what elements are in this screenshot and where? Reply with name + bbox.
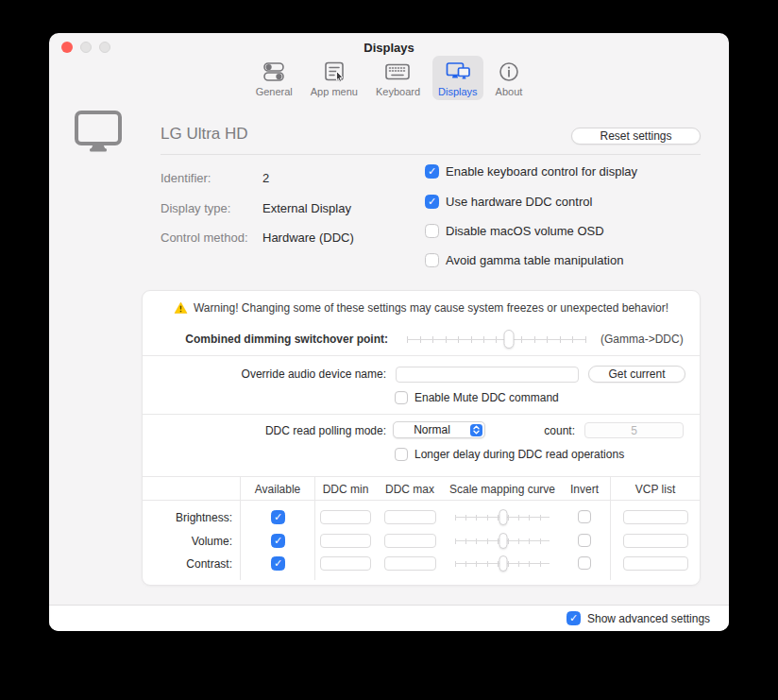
info-label: Control method: [161, 230, 248, 245]
hardware-ddc-checkbox[interactable]: ✓ [425, 195, 439, 209]
info-value: External Display [262, 201, 351, 215]
tab-about[interactable]: About [490, 56, 529, 100]
chevron-up-down-icon [470, 424, 482, 436]
checkbox-label: Longer delay during DDC read operations [414, 448, 624, 461]
brightness-ddc-max-field[interactable] [384, 510, 436, 524]
warning-row: Warning! Changing some of these settings… [143, 301, 700, 315]
contrast-available-checkbox[interactable]: ✓ [271, 556, 285, 571]
longer-delay-checkbox[interactable]: ✓ [395, 448, 408, 461]
info-icon [498, 59, 520, 85]
avoid-gamma-checkbox[interactable]: ✓ [425, 253, 439, 267]
tab-label: About [496, 86, 523, 97]
slider-knob[interactable] [499, 555, 507, 572]
column-header: DDC min [323, 483, 369, 496]
checkbox-label: Disable macOS volume OSD [446, 224, 604, 238]
column-header: DDC max [385, 483, 434, 496]
info-value: Hardware (DDC) [262, 230, 354, 245]
tab-label: Keyboard [376, 86, 420, 97]
contrast-vcp-field[interactable] [623, 556, 688, 571]
monitor-icon [72, 118, 125, 145]
audio-name-label: Override audio device name: [143, 367, 386, 382]
advanced-settings-panel: Warning! Changing some of these settings… [142, 290, 701, 586]
checkbox-label: Enable Mute DDC command [414, 391, 559, 404]
volume-vcp-field[interactable] [623, 534, 688, 548]
option-row: ✓ Use hardware DDC control [425, 195, 592, 209]
window-title: Displays [49, 41, 729, 55]
info-label: Identifier: [161, 171, 211, 185]
contrast-invert-checkbox[interactable]: ✓ [578, 556, 591, 570]
brightness-invert-checkbox[interactable]: ✓ [578, 510, 591, 523]
show-advanced-checkbox[interactable]: ✓ [567, 611, 581, 625]
volume-invert-checkbox[interactable]: ✓ [578, 534, 591, 547]
brightness-ddc-min-field[interactable] [320, 510, 371, 524]
contrast-curve-slider[interactable] [455, 555, 550, 572]
checkbox-label: Avoid gamma table manipulation [446, 253, 623, 267]
volume-curve-slider[interactable] [455, 533, 550, 549]
contrast-ddc-min-field[interactable] [320, 556, 371, 571]
row-label: Contrast: [143, 557, 232, 572]
count-label: count: [509, 424, 575, 438]
dimming-slider[interactable] [407, 330, 586, 349]
tab-label: App menu [311, 86, 358, 97]
tab-label: General [256, 86, 293, 97]
dimming-label: Combined dimming switchover point: [143, 333, 388, 347]
count-field[interactable]: 5 [584, 422, 684, 438]
enable-mute-checkbox[interactable]: ✓ [395, 391, 408, 404]
tab-label: Displays [438, 86, 478, 97]
menu-document-icon [322, 59, 347, 85]
volume-ddc-max-field[interactable] [384, 534, 436, 548]
option-row: ✓ Enable keyboard control for display [425, 164, 637, 179]
dimming-suffix: (Gamma->DDC) [600, 333, 684, 347]
warning-icon [174, 301, 188, 315]
polling-mode-label: DDC read polling mode: [143, 424, 386, 438]
tab-keyboard[interactable]: Keyboard [370, 56, 426, 100]
reset-settings-button[interactable]: Reset settings [571, 128, 701, 145]
column-header: Available [255, 483, 300, 496]
brightness-curve-slider[interactable] [455, 509, 550, 525]
mute-ddc-row: ✓ Enable Mute DDC command [395, 391, 559, 404]
keyboard-icon [383, 59, 412, 85]
displays-window: Displays General App menu [49, 33, 729, 631]
toggles-icon [261, 59, 287, 85]
column-header: Scale mapping curve [449, 483, 555, 496]
keyboard-control-checkbox[interactable]: ✓ [425, 164, 439, 179]
option-row: ✓ Avoid gamma table manipulation [425, 253, 623, 267]
disable-osd-checkbox[interactable]: ✓ [425, 224, 439, 238]
volume-available-checkbox[interactable]: ✓ [271, 534, 285, 548]
brightness-vcp-field[interactable] [623, 510, 688, 524]
toolbar: General App menu Keyboard [49, 56, 729, 100]
tab-general[interactable]: General [250, 56, 298, 100]
contrast-ddc-max-field[interactable] [384, 556, 436, 571]
row-label: Volume: [143, 535, 232, 549]
tab-displays[interactable]: Displays [432, 56, 483, 100]
selected-option: Normal [394, 423, 470, 436]
footer-bar: ✓ Show advanced settings [49, 605, 729, 631]
brightness-available-checkbox[interactable]: ✓ [271, 510, 285, 524]
column-header: Invert [570, 483, 599, 496]
slider-knob[interactable] [504, 330, 515, 349]
slider-knob[interactable] [499, 533, 507, 549]
audio-name-input[interactable] [396, 367, 579, 383]
polling-mode-select[interactable]: Normal [393, 421, 485, 438]
warning-text: Warning! Changing some of these settings… [194, 301, 668, 315]
info-label: Display type: [161, 201, 230, 215]
slider-knob[interactable] [499, 509, 507, 525]
row-label: Brightness: [143, 511, 232, 525]
show-advanced-row: ✓ Show advanced settings [567, 611, 710, 625]
slider-rail [407, 339, 585, 340]
displays-icon [444, 59, 472, 85]
longer-delay-row: ✓ Longer delay during DDC read operation… [395, 448, 624, 461]
checkbox-label: Use hardware DDC control [446, 195, 592, 209]
checkbox-label: Enable keyboard control for display [446, 164, 637, 179]
info-value: 2 [262, 171, 269, 185]
get-current-button[interactable]: Get current [588, 366, 685, 383]
option-row: ✓ Disable macOS volume OSD [425, 224, 604, 238]
display-name: LG Ultra HD [161, 125, 248, 144]
checkbox-label: Show advanced settings [587, 612, 710, 625]
column-header: VCP list [635, 483, 675, 496]
volume-ddc-min-field[interactable] [320, 534, 371, 548]
tab-app-menu[interactable]: App menu [305, 56, 364, 100]
